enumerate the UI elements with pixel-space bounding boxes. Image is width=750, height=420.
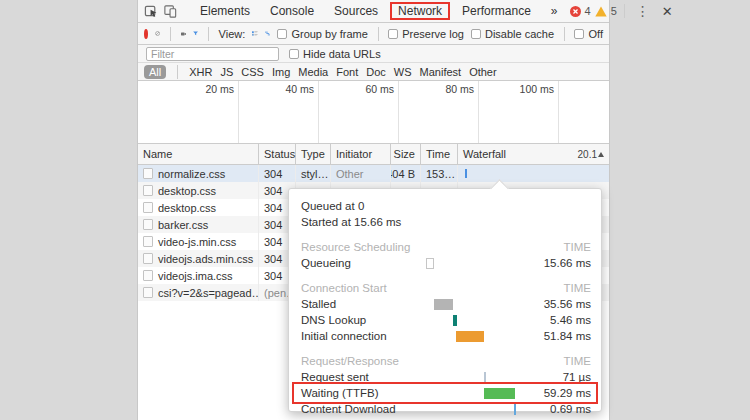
- hide-data-urls-checkbox[interactable]: Hide data URLs: [289, 48, 381, 60]
- column-header-time[interactable]: Time: [421, 144, 458, 164]
- file-icon: [143, 202, 153, 213]
- filter-input[interactable]: [146, 47, 279, 61]
- show-overview-button[interactable]: [265, 28, 271, 39]
- filter-pill-manifest[interactable]: Manifest: [420, 66, 462, 78]
- section-title-request-response: Request/Response: [301, 355, 426, 367]
- inspect-element-button[interactable]: [144, 2, 159, 20]
- timing-value-waiting-ttfb: 59.29 ms: [521, 387, 591, 399]
- timing-value-request-sent: 71 µs: [521, 371, 591, 383]
- section-title-resource-scheduling: Resource Scheduling: [301, 241, 426, 253]
- preserve-log-label: Preserve log: [402, 28, 464, 40]
- resource-type-filter-bar: All XHR JS CSS Img Media Font Doc WS Man…: [138, 63, 609, 81]
- request-name: videojs.ads.min.css: [158, 253, 253, 265]
- column-header-status[interactable]: Status: [259, 144, 296, 164]
- filter-pill-css[interactable]: CSS: [241, 66, 264, 78]
- request-name: normalize.css: [158, 168, 225, 180]
- request-type: styl…: [296, 165, 331, 182]
- request-name: videojs.ima.css: [158, 270, 233, 282]
- hide-data-urls-label: Hide data URLs: [303, 48, 381, 60]
- error-badge-icon[interactable]: [570, 6, 581, 17]
- request-name: csi?v=2&s=pagead…: [158, 287, 259, 299]
- large-request-rows-button[interactable]: [252, 28, 258, 39]
- column-header-type[interactable]: Type: [296, 144, 331, 164]
- checkbox-icon: [277, 29, 287, 39]
- column-header-size[interactable]: Size: [391, 144, 421, 164]
- gridline: [318, 81, 319, 143]
- filter-pill-media[interactable]: Media: [298, 66, 328, 78]
- timing-label-initial-connection: Initial connection: [301, 330, 426, 342]
- checkbox-icon: [289, 49, 299, 59]
- filter-pill-ws[interactable]: WS: [394, 66, 412, 78]
- network-overview-timeline[interactable]: 20 ms 40 ms 60 ms 80 ms 100 ms: [138, 81, 609, 144]
- time-column-header: TIME: [521, 355, 591, 367]
- tab-elements[interactable]: Elements: [192, 2, 258, 20]
- gridline: [478, 81, 479, 143]
- timing-label-content-download: Content Download: [301, 403, 426, 415]
- file-icon: [143, 287, 153, 298]
- disable-cache-label: Disable cache: [485, 28, 554, 40]
- tab-console[interactable]: Console: [262, 2, 322, 20]
- file-icon: [143, 253, 153, 264]
- section-title-connection-start: Connection Start: [301, 282, 426, 294]
- network-toolbar: View: Group by frame Preserve log Disabl…: [138, 23, 609, 45]
- waiting-ttfb-bar: [484, 388, 515, 399]
- request-name: barker.css: [158, 219, 208, 231]
- table-row[interactable]: normalize.css 304 styl… Other 404 B 153…: [138, 165, 609, 182]
- filter-pill-js[interactable]: JS: [220, 66, 233, 78]
- device-toolbar-icon: [163, 4, 178, 19]
- tab-network[interactable]: Network: [390, 2, 450, 20]
- devtools-window: Elements Console Sources Network Perform…: [137, 0, 610, 420]
- request-status: 304: [259, 165, 296, 182]
- requests-table-header: Name Status Type Initiator Size Time Wat…: [138, 144, 609, 165]
- timing-label-request-sent: Request sent: [301, 371, 426, 383]
- time-column-header: TIME: [521, 282, 591, 294]
- filter-pill-other[interactable]: Other: [469, 66, 497, 78]
- record-network-log-button[interactable]: [144, 29, 148, 39]
- filter-pill-xhr[interactable]: XHR: [189, 66, 212, 78]
- file-icon: [143, 270, 153, 281]
- gridline: [398, 81, 399, 143]
- ruler-tick-80ms: 80 ms: [404, 83, 474, 95]
- queued-at-text: Queued at 0: [301, 200, 364, 212]
- column-header-initiator[interactable]: Initiator: [331, 144, 391, 164]
- preserve-log-checkbox[interactable]: Preserve log: [388, 28, 464, 40]
- column-header-name[interactable]: Name: [138, 144, 259, 164]
- warning-badge-icon[interactable]: [595, 6, 607, 17]
- close-devtools-button[interactable]: ✕: [658, 4, 675, 19]
- filter-pill-font[interactable]: Font: [336, 66, 358, 78]
- group-by-frame-label: Group by frame: [291, 28, 367, 40]
- disable-cache-checkbox[interactable]: Disable cache: [471, 28, 554, 40]
- timing-value-initial-connection: 51.84 ms: [521, 330, 591, 342]
- file-icon: [143, 168, 153, 179]
- filter-funnel-button[interactable]: [193, 28, 198, 39]
- clear-network-log-button[interactable]: [155, 27, 160, 40]
- devtools-menu-button[interactable]: ⋮: [632, 3, 654, 19]
- request-name: desktop.css: [158, 202, 216, 214]
- queueing-bar: [426, 258, 434, 269]
- filter-pill-doc[interactable]: Doc: [366, 66, 386, 78]
- gridline: [238, 81, 239, 143]
- view-label: View:: [219, 28, 246, 40]
- more-tabs-chevron[interactable]: »: [543, 2, 566, 20]
- group-by-frame-checkbox[interactable]: Group by frame: [277, 28, 367, 40]
- toggle-device-toolbar-button[interactable]: [163, 2, 178, 20]
- timing-value-stalled: 35.56 ms: [521, 298, 591, 310]
- content-download-bar: [514, 404, 516, 415]
- capture-screenshots-button[interactable]: [181, 28, 187, 40]
- column-header-waterfall[interactable]: Waterfall 20.1: [458, 144, 609, 164]
- waterfall-bar: [465, 169, 467, 178]
- error-count: 4: [585, 5, 591, 17]
- offline-label: Off: [588, 28, 602, 40]
- request-size: 404 B: [391, 165, 421, 182]
- waterfall-label: Waterfall: [463, 148, 506, 160]
- started-at-text: Started at 15.66 ms: [301, 216, 401, 228]
- tab-performance[interactable]: Performance: [454, 2, 539, 20]
- checkbox-icon: [574, 29, 584, 39]
- checkbox-icon: [471, 29, 481, 39]
- request-sent-bar: [484, 372, 486, 383]
- filter-pill-all[interactable]: All: [144, 65, 166, 79]
- filter-pill-img[interactable]: Img: [272, 66, 290, 78]
- offline-checkbox[interactable]: Off: [574, 28, 602, 40]
- tab-sources[interactable]: Sources: [326, 2, 386, 20]
- time-column-header: TIME: [521, 241, 591, 253]
